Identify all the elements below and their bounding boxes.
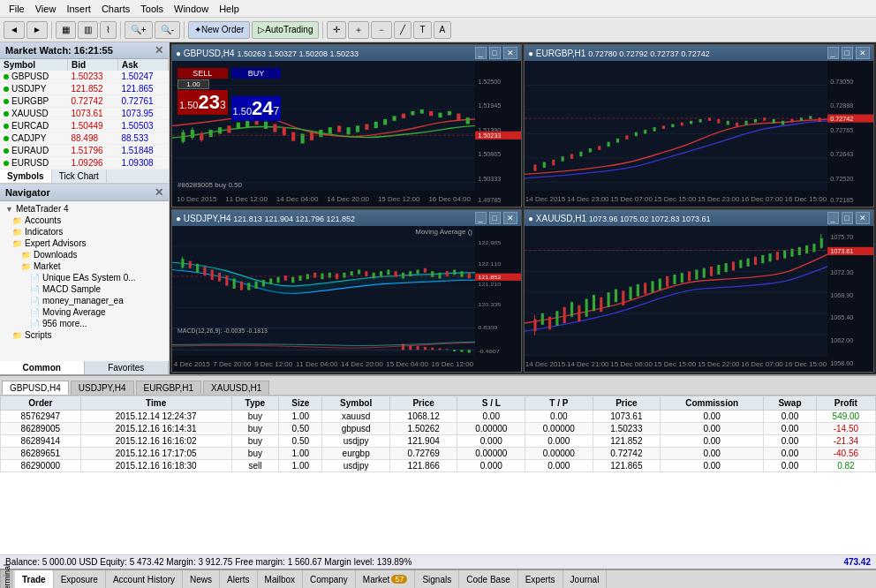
chart-eurgbp: ● EURGBP,H1 0.72780 0.72792 0.72737 0.72… bbox=[524, 44, 874, 207]
term-tab-code-base[interactable]: Code Base bbox=[459, 570, 517, 588]
order-row[interactable]: 86290000 2015.12.16 16:18:30 sell 1.00 u… bbox=[1, 460, 876, 472]
chart-eurgbp-minimize[interactable]: _ bbox=[827, 47, 839, 59]
toolbar-line[interactable]: ╱ bbox=[394, 21, 412, 39]
term-tab-exposure[interactable]: Exposure bbox=[54, 570, 106, 588]
market-watch-close[interactable]: ✕ bbox=[155, 44, 163, 57]
svg-rect-72 bbox=[671, 124, 674, 128]
term-tab-journal[interactable]: Journal bbox=[563, 570, 608, 588]
order-current-price: 1.50233 bbox=[593, 423, 661, 435]
nav-tree-item[interactable]: 📄Unique EAs System 0... bbox=[2, 272, 167, 283]
toolbar-chart-line[interactable]: ⌇ bbox=[100, 21, 117, 39]
toolbar-chart-bar[interactable]: ▦ bbox=[56, 21, 76, 39]
toolbar-plus[interactable]: ＋ bbox=[348, 21, 369, 39]
svg-rect-115 bbox=[247, 283, 250, 290]
mw-bid: 121.852 bbox=[67, 83, 117, 95]
chart-usdjpy-maximize[interactable]: □ bbox=[489, 212, 501, 224]
menu-file[interactable]: File bbox=[4, 2, 30, 16]
term-tab-account-history[interactable]: Account History bbox=[106, 570, 183, 588]
order-size: 1.00 bbox=[279, 411, 322, 423]
chart-xauusd-minimize[interactable]: _ bbox=[827, 212, 839, 224]
nav-tab-favorites[interactable]: Favorites bbox=[85, 361, 170, 374]
toolbar-minus[interactable]: － bbox=[371, 21, 392, 39]
nav-item-label: Scripts bbox=[25, 330, 52, 340]
menu-charts[interactable]: Charts bbox=[96, 2, 135, 16]
chart-gbpusd-minimize[interactable]: _ bbox=[475, 47, 487, 59]
market-watch-row[interactable]: CADJPY 88.498 88.533 bbox=[0, 132, 169, 145]
nav-tree-item[interactable]: 📄956 more... bbox=[2, 318, 167, 329]
term-tab-trade[interactable]: Trade bbox=[15, 570, 54, 588]
nav-tree-item[interactable]: 📄money_manager_ea bbox=[2, 295, 167, 306]
chart-tab-usdjpy[interactable]: USDJPY,H4 bbox=[71, 381, 134, 395]
menu-help[interactable]: Help bbox=[214, 2, 245, 16]
chart-tab-gbpusd[interactable]: GBPUSD,H4 bbox=[2, 381, 69, 395]
svg-text:1.50233: 1.50233 bbox=[478, 132, 501, 139]
svg-rect-203 bbox=[739, 260, 742, 268]
nav-tree-item[interactable]: 📁Downloads bbox=[2, 249, 167, 260]
chart-tab-xauusd[interactable]: XAUUSD,H1 bbox=[203, 381, 269, 395]
term-tab-experts[interactable]: Experts bbox=[518, 570, 563, 588]
nav-tree-item[interactable]: 📁Accounts bbox=[2, 215, 167, 226]
chart-eurgbp-title: ● EURGBP,H1 0.72780 0.72792 0.72737 0.72… bbox=[528, 49, 710, 58]
chart-xauusd-close[interactable]: ✕ bbox=[856, 212, 870, 224]
new-order-button[interactable]: ✦ New Order bbox=[188, 21, 250, 39]
order-row[interactable]: 86289651 2015.12.16 17:17:05 buy 1.00 eu… bbox=[1, 448, 876, 460]
menu-view[interactable]: View bbox=[30, 2, 62, 16]
svg-rect-209 bbox=[783, 251, 786, 259]
chart-usdjpy-body: 122.985 122.110 121.210 120.335 0.8309 -… bbox=[172, 226, 521, 372]
nav-tree-item[interactable]: 📁Market bbox=[2, 260, 167, 272]
term-tab-mailbox[interactable]: Mailbox bbox=[258, 570, 303, 588]
tab-tick-chart[interactable]: Tick Chart bbox=[52, 170, 107, 183]
term-tab-market[interactable]: Market 57 bbox=[356, 570, 416, 588]
market-watch-row[interactable]: EURCAD 1.50449 1.50503 bbox=[0, 120, 169, 132]
svg-rect-202 bbox=[732, 261, 735, 270]
chart-usdjpy-minimize[interactable]: _ bbox=[475, 212, 487, 224]
chart-eurgbp-maximize[interactable]: □ bbox=[842, 47, 853, 59]
toolbar-zoom-out[interactable]: 🔍- bbox=[155, 21, 180, 39]
nav-tree-item[interactable]: ▼MetaTrader 4 bbox=[2, 203, 167, 215]
autotrading-button[interactable]: ▷ AutoTrading bbox=[252, 21, 319, 39]
term-tab-signals[interactable]: Signals bbox=[415, 570, 459, 588]
chart-gbpusd-maximize[interactable]: □ bbox=[489, 47, 501, 59]
term-tab-alerts[interactable]: Alerts bbox=[220, 570, 258, 588]
menu-window[interactable]: Window bbox=[169, 2, 214, 16]
term-tab-company[interactable]: Company bbox=[303, 570, 356, 588]
tab-symbols[interactable]: Symbols bbox=[0, 170, 52, 183]
market-watch-row[interactable]: EURUSD 1.09296 1.09308 bbox=[0, 157, 169, 170]
chart-gbpusd-close[interactable]: ✕ bbox=[503, 47, 517, 59]
chart-xauusd-maximize[interactable]: □ bbox=[842, 212, 853, 224]
chart-eurgbp-body: 0.73050 0.72888 0.72765 0.72643 0.72520 … bbox=[525, 61, 873, 207]
market-watch-row[interactable]: EURGBP 0.72742 0.72761 bbox=[0, 95, 169, 108]
nav-tab-common[interactable]: Common bbox=[0, 361, 85, 374]
market-watch-row[interactable]: GBPUSD 1.50233 1.50247 bbox=[0, 71, 169, 83]
menu-tools[interactable]: Tools bbox=[135, 2, 169, 16]
nav-item-label: MetaTrader 4 bbox=[16, 204, 69, 214]
nav-tree-item[interactable]: 📁Scripts bbox=[2, 329, 167, 341]
toolbar-period[interactable]: A bbox=[434, 21, 452, 39]
market-watch-row[interactable]: USDJPY 121.852 121.865 bbox=[0, 83, 169, 95]
chart-eurgbp-close[interactable]: ✕ bbox=[856, 47, 870, 59]
toolbar-forward[interactable]: ► bbox=[26, 21, 48, 39]
toolbar-chart-candle[interactable]: ▥ bbox=[78, 21, 98, 39]
svg-text:121.852: 121.852 bbox=[478, 275, 502, 280]
nav-tree-icon: 📁 bbox=[12, 331, 22, 340]
market-watch-row[interactable]: XAUUSD 1073.61 1073.95 bbox=[0, 108, 169, 120]
menu-insert[interactable]: Insert bbox=[61, 2, 96, 16]
nav-tree-item[interactable]: 📁Expert Advisors bbox=[2, 237, 167, 249]
nav-tree-item[interactable]: 📄MACD Sample bbox=[2, 283, 167, 295]
toolbar-text[interactable]: T bbox=[413, 21, 431, 39]
order-row[interactable]: 85762947 2015.12.14 12:24:37 buy 1.00 xa… bbox=[1, 411, 876, 423]
term-tab-news[interactable]: News bbox=[183, 570, 220, 588]
nav-tree-item[interactable]: 📁Indicators bbox=[2, 226, 167, 237]
navigator-close[interactable]: ✕ bbox=[155, 186, 163, 199]
nav-item-label: 956 more... bbox=[42, 319, 87, 328]
nav-tree-item[interactable]: 📄Moving Average bbox=[2, 306, 167, 318]
toolbar-back[interactable]: ◄ bbox=[4, 21, 25, 39]
chart-tab-eurgbp[interactable]: EURGBP,H1 bbox=[136, 381, 202, 395]
order-row[interactable]: 86289414 2015.12.16 16:16:02 buy 0.50 us… bbox=[1, 435, 876, 448]
lot-input[interactable] bbox=[177, 79, 209, 89]
toolbar-zoom-in[interactable]: 🔍+ bbox=[125, 21, 153, 39]
toolbar-crosshair[interactable]: ✛ bbox=[327, 21, 346, 39]
order-row[interactable]: 86289005 2015.12.16 16:14:31 buy 0.50 gb… bbox=[1, 423, 876, 435]
chart-usdjpy-close[interactable]: ✕ bbox=[503, 212, 517, 224]
market-watch-row[interactable]: EURAUD 1.51796 1.51848 bbox=[0, 145, 169, 157]
